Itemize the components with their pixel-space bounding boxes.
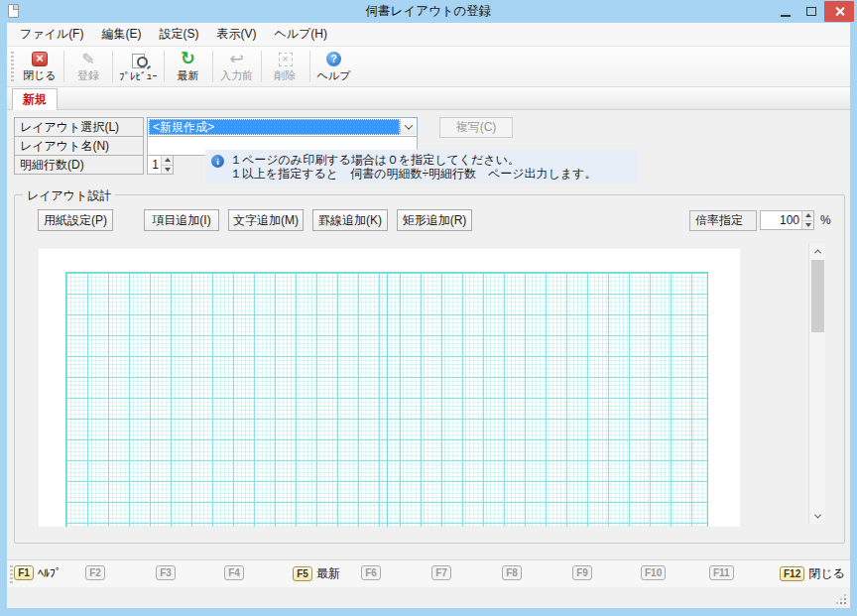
zoom-stepper[interactable]: 100 <box>760 210 814 230</box>
add-rect-button[interactable]: 矩形追加(R) <box>397 209 472 231</box>
help-icon <box>326 52 341 66</box>
fkey-f10: F10 <box>641 565 666 580</box>
fkey-f6: F6 <box>361 565 381 580</box>
menu-help[interactable]: ヘルプ(H) <box>265 22 336 47</box>
statusbar <box>7 587 850 608</box>
fkey-f11: F11 <box>709 565 734 580</box>
triangle-down-icon <box>805 223 811 227</box>
window-title: 伺書レイアウトの登録 <box>0 3 857 20</box>
refresh-icon <box>181 51 195 67</box>
fkey-f9: F9 <box>572 565 592 580</box>
menu-file[interactable]: ファイル(F) <box>11 22 92 47</box>
triangle-down-icon <box>165 168 171 172</box>
toolbar-separator <box>212 51 213 82</box>
fkey-f1[interactable]: F1ﾍﾙﾌﾟ <box>14 565 61 580</box>
menu-settings[interactable]: 設定(S) <box>150 22 207 47</box>
copy-button: 複写(C) <box>439 117 513 138</box>
tab-new[interactable]: 新規 <box>12 88 58 110</box>
layout-select-value: <新規作成> <box>149 119 400 135</box>
scroll-down-button[interactable] <box>809 508 826 524</box>
detail-rows-label: 明細行数(D) <box>14 155 144 175</box>
toolbar-separator <box>63 51 64 82</box>
toolbar-separator <box>112 51 113 82</box>
toolbar-refresh-button[interactable]: 最新 <box>167 49 210 84</box>
titlebar: 伺書レイアウトの登録 <box>0 0 857 23</box>
paper-settings-button[interactable]: 用紙設定(P) <box>38 209 113 231</box>
delete-icon <box>279 53 293 66</box>
toolbar-separator <box>164 51 165 82</box>
info-icon <box>211 155 224 168</box>
maximize-button[interactable] <box>798 1 824 22</box>
layout-select-label: レイアウト選択(L) <box>14 117 144 137</box>
close-window-button[interactable] <box>824 1 854 22</box>
toolbar-grip <box>11 52 14 81</box>
function-key-bar: F1ﾍﾙﾌﾟ F2 F3 F4 F5最新 F6 F7 F8 F9 F10 F11… <box>7 559 850 587</box>
close-icon <box>32 52 48 66</box>
scroll-up-button[interactable] <box>809 243 826 259</box>
fkey-f12[interactable]: F12閉じる <box>780 565 845 582</box>
stepper-down-button[interactable] <box>162 166 173 175</box>
toolbar-preview-button[interactable]: ﾌﾟﾚﾋﾞｭｰ <box>115 49 162 84</box>
menubar: ファイル(F) 編集(E) 設定(S) 表示(V) ヘルプ(H) <box>7 23 850 47</box>
detail-rows-value: 1 <box>148 156 161 174</box>
toolbar-close-button[interactable]: 閉じる <box>18 49 61 84</box>
tabstrip: 新規 <box>7 87 850 110</box>
zoom-unit: % <box>820 213 831 227</box>
minimize-icon <box>781 15 791 17</box>
triangle-up-icon <box>805 213 811 217</box>
add-item-button[interactable]: 項目追加(I) <box>144 209 219 231</box>
chevron-up-icon <box>814 249 821 256</box>
chevron-down-icon <box>814 511 821 518</box>
vertical-scrollbar[interactable] <box>808 243 825 524</box>
stepper-down-button[interactable] <box>802 221 813 230</box>
fkey-f8: F8 <box>502 565 522 580</box>
fkey-f4: F4 <box>224 565 244 580</box>
add-text-button[interactable]: 文字追加(M) <box>228 209 304 231</box>
combo-dropdown-button[interactable] <box>400 119 416 135</box>
preview-icon <box>132 54 145 68</box>
stepper-up-button[interactable] <box>802 211 813 221</box>
stepper-up-button[interactable] <box>162 156 173 166</box>
toolbar-undo-button: 入力前 <box>215 49 259 84</box>
design-canvas[interactable] <box>39 249 740 527</box>
fkey-f2: F2 <box>85 565 105 580</box>
minimize-button[interactable] <box>773 1 798 22</box>
info-panel: １ページのみ印刷する場合は０を指定してください。 １以上を指定すると 伺書の明細… <box>205 150 638 184</box>
layout-name-label: レイアウト名(N) <box>14 136 144 156</box>
fkey-f7: F7 <box>431 565 451 580</box>
detail-rows-stepper[interactable]: 1 <box>147 155 174 175</box>
client-area: ファイル(F) 編集(E) 設定(S) 表示(V) ヘルプ(H) 閉じる 登録 … <box>7 23 850 608</box>
menu-edit[interactable]: 編集(E) <box>92 22 150 47</box>
document-icon <box>8 4 19 18</box>
undo-icon <box>229 51 243 67</box>
menu-view[interactable]: 表示(V) <box>207 22 265 47</box>
zoom-label: 倍率指定 <box>689 210 757 231</box>
grid-paper <box>65 272 708 527</box>
group-title: レイアウト設計 <box>23 187 115 204</box>
resize-grip[interactable] <box>835 593 846 604</box>
layout-design-group: レイアウト設計 用紙設定(P) 項目追加(I) 文字追加(M) 罫線追加(K) … <box>14 194 845 544</box>
close-icon <box>834 6 845 17</box>
fbar-grip <box>10 565 13 583</box>
toolbar-delete-button: 削除 <box>264 49 307 84</box>
add-rule-button[interactable]: 罫線追加(K) <box>312 209 388 231</box>
fkey-f3: F3 <box>156 565 176 580</box>
register-icon <box>81 51 94 67</box>
info-line-1: １ページのみ印刷する場合は０を指定してください。 <box>230 153 596 167</box>
zoom-value: 100 <box>761 211 801 229</box>
fkey-f5[interactable]: F5最新 <box>293 565 340 582</box>
toolbar-register-button: 登録 <box>66 49 110 84</box>
chevron-down-icon <box>404 121 412 129</box>
toolbar-separator <box>309 51 310 82</box>
app-window: 伺書レイアウトの登録 ファイル(F) 編集(E) 設定(S) 表示(V) ヘルプ… <box>0 0 857 616</box>
info-line-2: １以上を指定すると 伺書の明細数÷明細行数 ページ出力します。 <box>230 167 596 181</box>
toolbar-help-button[interactable]: ヘルプ <box>312 49 356 84</box>
maximize-icon <box>806 7 816 16</box>
toolbar: 閉じる 登録 ﾌﾟﾚﾋﾞｭｰ 最新 入力前 <box>7 47 850 87</box>
scrollbar-thumb[interactable] <box>811 260 824 332</box>
triangle-up-icon <box>165 158 171 162</box>
toolbar-separator <box>261 51 262 82</box>
layout-select-combobox[interactable]: <新規作成> <box>147 117 418 137</box>
